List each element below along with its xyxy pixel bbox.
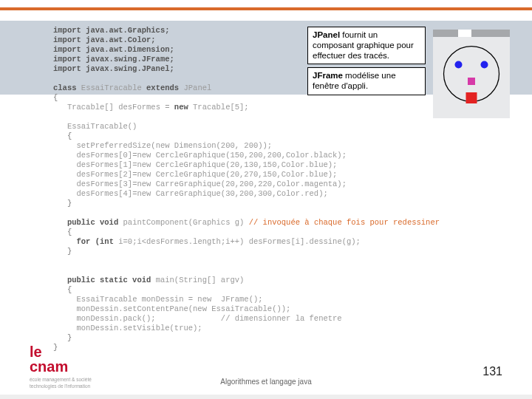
import-line: import java.awt.Graphics;: [53, 26, 170, 35]
extends-name: JPanel: [183, 83, 211, 92]
main-line: monDessin.pack(); // dimensionner la fen…: [77, 314, 342, 323]
main-sig-b: main(String[] argv): [156, 276, 245, 284]
ctor-line: desFormes[3]=new CarreGraphique(20,200,2…: [77, 180, 347, 188]
ctor-head: EssaiTracable(): [67, 122, 137, 131]
paint-sig-a: public void: [67, 218, 118, 227]
main-sig-a: public static void: [67, 276, 151, 284]
accent-bar: [0, 7, 532, 10]
page-number: 131: [482, 365, 502, 378]
import-line: import javax.swing.JPanel;: [53, 64, 174, 73]
field-a: Tracable[] desFormes =: [67, 103, 170, 112]
slide: import java.awt.Graphics; import java.aw…: [0, 0, 532, 399]
import-line: import javax.swing.JFrame;: [53, 55, 174, 64]
shape-circle-blue-right: [481, 61, 488, 69]
ctor-line: setPreferredSize(new Dimension(200, 200)…: [77, 141, 273, 150]
ctor-line: desFormes[1]=new CercleGraphique(20,130,…: [77, 160, 338, 169]
main-line: monDessin.setContentPane(new EssaiTracab…: [77, 304, 291, 313]
class-kw: class: [53, 83, 77, 92]
extends-kw: extends: [146, 83, 179, 92]
main-line: EssaiTracable monDessin = new JFrame();: [77, 295, 263, 304]
ctor-line: desFormes[4]=new CarreGraphique(30,200,3…: [77, 189, 328, 198]
field-c: Tracable[5];: [193, 103, 249, 112]
demo-panel: [433, 37, 510, 118]
demo-titlebar: [433, 30, 510, 37]
import-line: import java.awt.Color;: [53, 35, 156, 44]
footer-caption: Algorithmes et langage java: [0, 378, 532, 386]
callout-key: JPanel: [313, 30, 340, 39]
import-line: import java.awt.Dimension;: [53, 45, 174, 54]
callout-key: JFrame: [313, 71, 343, 80]
for-body: i=0;i<desFormes.length;i++) desFormes[i]…: [118, 237, 361, 246]
demo-window: [433, 30, 510, 118]
callout-jpanel: JPanel fournit un composant graphique po…: [307, 27, 426, 64]
for-kw: for: [77, 237, 91, 246]
demo-canvas: [433, 37, 510, 118]
bottom-bar: [0, 395, 532, 399]
shape-circle-blue-left: [455, 61, 463, 69]
callouts: JPanel fournit un composant graphique po…: [307, 27, 426, 98]
ctor-line: desFormes[0]=new CercleGraphique(150,200…: [77, 151, 347, 160]
logo-cnam-text: cnam: [30, 358, 68, 375]
class-name: EssaiTracable: [81, 83, 142, 92]
shape-square-red: [466, 92, 477, 103]
ctor-line: desFormes[2]=new CercleGraphique(20,270,…: [77, 170, 338, 179]
paint-comment: // invoquée à chaque fois pour redessine…: [249, 218, 440, 227]
callout-jframe: JFrame modélise une fenêtre d'appli.: [307, 67, 426, 95]
shape-square-magenta: [468, 78, 475, 85]
int-kw: (int: [95, 237, 114, 246]
new-kw: new: [174, 103, 188, 112]
paint-sig-b: paintComponent(Graphics g): [123, 218, 245, 227]
main-line: monDessin.setVisible(true);: [77, 324, 202, 332]
